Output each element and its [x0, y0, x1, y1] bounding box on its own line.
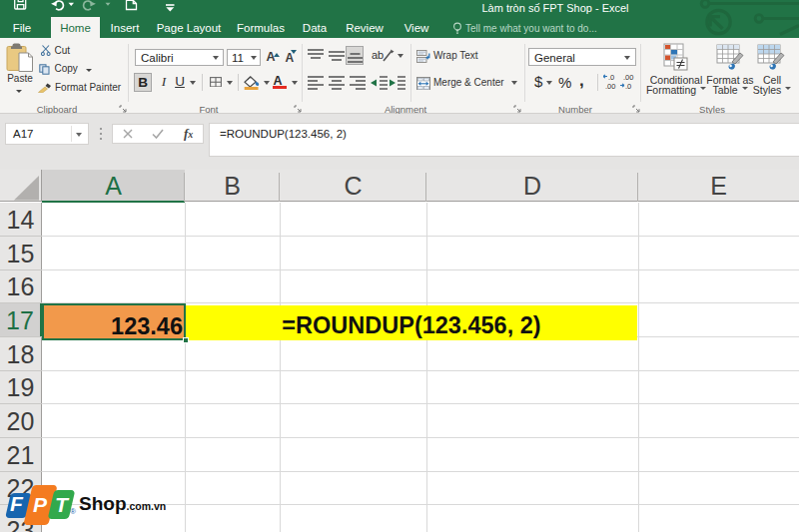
svg-text:.0: .0 [608, 73, 614, 82]
svg-text:.0: .0 [625, 82, 631, 90]
svg-text:ab: ab [372, 49, 384, 61]
svg-text:.00: .00 [605, 82, 615, 90]
svg-text:.00: .00 [623, 73, 633, 82]
